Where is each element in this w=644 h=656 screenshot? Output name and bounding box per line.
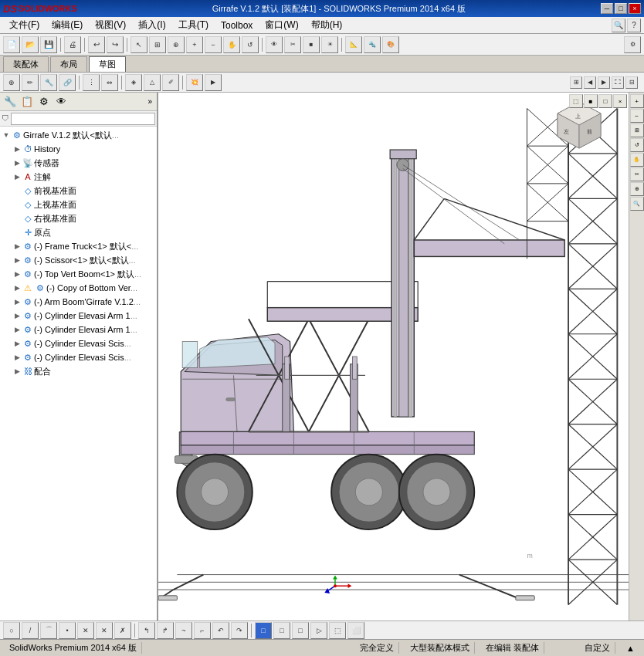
tree-origin[interactable]: ▶ ✛ 原点 — [11, 225, 157, 239]
vp-shade-button[interactable]: ■ — [584, 94, 598, 108]
zoom-in-button[interactable]: + — [186, 36, 203, 53]
view-btn1[interactable]: □ — [255, 622, 272, 639]
tab-layout[interactable]: 布局 — [50, 56, 87, 72]
reference-geom-button[interactable]: △ — [144, 74, 161, 91]
help-icon[interactable]: ? — [627, 19, 641, 32]
view-btn2[interactable]: □ — [273, 622, 290, 639]
draw-corner-btn[interactable]: ↰ — [138, 622, 155, 639]
pan-button[interactable]: ✋ — [223, 36, 240, 53]
vp-wire-button[interactable]: □ — [598, 94, 612, 108]
draw-arc-btn[interactable]: ⌒ — [40, 622, 57, 639]
right-tb-pan[interactable]: ✋ — [630, 153, 644, 167]
tree-root[interactable]: ▼ ⚙ Girrafe V.1.2 默认<默认... — [0, 128, 157, 142]
tree-annot[interactable]: ▶ A 注解 — [11, 170, 157, 184]
cyl2-expander[interactable]: ▶ — [12, 325, 22, 334]
vp-orient-button[interactable]: ⬚ — [569, 94, 583, 108]
mates-expander[interactable]: ▶ — [12, 367, 22, 376]
tree-cyl2[interactable]: ▶ ⚙ (-) Cylinder Elevasi Arm 1... — [11, 323, 157, 336]
redo-button[interactable]: ↪ — [107, 36, 124, 53]
draw-back-btn[interactable]: ↶ — [212, 622, 229, 639]
menu-tools[interactable]: 工具(T) — [172, 17, 215, 33]
panel-tab-property[interactable]: 📋 — [19, 94, 36, 110]
appearance-button[interactable]: 🎨 — [382, 36, 399, 53]
draw-fwd-btn[interactable]: ↷ — [231, 622, 248, 639]
tree-scissor[interactable]: ▶ ⚙ (-) Scissor<1> 默认<默认... — [11, 253, 157, 267]
armboom-expander[interactable]: ▶ — [12, 297, 22, 306]
open-button[interactable]: 📂 — [22, 36, 39, 53]
tree-mates[interactable]: ▶ ⛓ 配合 — [11, 364, 157, 378]
print-button[interactable]: 🖨 — [64, 36, 81, 53]
mate-button[interactable]: 🔗 — [59, 74, 76, 91]
tree-right-plane[interactable]: ▶ ◇ 右视基准面 — [11, 211, 157, 225]
menu-toolbox[interactable]: Toolbox — [215, 19, 259, 32]
lighting-button[interactable]: ☀ — [321, 36, 338, 53]
animate-button[interactable]: ▶ — [205, 74, 222, 91]
linear-pattern-button[interactable]: ⋮ — [83, 74, 100, 91]
tree-sensor[interactable]: ▶ 📡 传感器 — [11, 156, 157, 170]
restore-button[interactable]: □ — [615, 3, 627, 14]
cyl3-expander[interactable]: ▶ — [12, 339, 22, 348]
cyl4-expander[interactable]: ▶ — [12, 353, 22, 362]
minimize-button[interactable]: ─ — [601, 3, 613, 14]
right-tb-zoom-in[interactable]: + — [630, 94, 644, 108]
menu-edit[interactable]: 编辑(E) — [46, 17, 89, 33]
sketch-button[interactable]: ✐ — [162, 74, 179, 91]
view-btn3[interactable]: □ — [292, 622, 309, 639]
tree-topvert[interactable]: ▶ ⚙ (-) Top Vert Boom<1> 默认... — [11, 267, 157, 281]
tab-assembly[interactable]: 装配体 — [3, 56, 49, 72]
new-button[interactable]: 📄 — [3, 36, 20, 53]
draw-corner2-btn[interactable]: ↱ — [157, 622, 174, 639]
right-tb-dynamic[interactable]: ⊕ — [630, 182, 644, 196]
tree-front-plane[interactable]: ▶ ◇ 前视基准面 — [11, 184, 157, 198]
menu-view[interactable]: 视图(V) — [89, 17, 132, 33]
zoom-area-button[interactable]: ⊕ — [168, 36, 185, 53]
draw-wave-btn[interactable]: ~ — [175, 622, 192, 639]
tree-history[interactable]: ▶ ⏱ History — [11, 142, 157, 156]
materials-button[interactable]: 🔩 — [364, 36, 381, 53]
sensor-expander[interactable]: ▶ — [12, 158, 22, 167]
draw-x-btn[interactable]: ✗ — [114, 622, 131, 639]
options-button[interactable]: ⚙ — [624, 36, 641, 53]
panel-tab-config[interactable]: ⚙ — [36, 94, 53, 110]
view-cube-toggle[interactable]: ⊞ — [570, 76, 582, 89]
view-orient-button[interactable]: 👁 — [266, 36, 283, 53]
undo-button[interactable]: ↩ — [88, 36, 105, 53]
tree-armboom[interactable]: ▶ ⚙ (-) Arm Boom'Girrafe V.1.2... — [11, 295, 157, 309]
history-expander[interactable]: ▶ — [12, 144, 22, 154]
tree-top-plane[interactable]: ▶ ◇ 上视基准面 — [11, 198, 157, 211]
menu-window[interactable]: 窗口(W) — [259, 17, 304, 33]
select-button[interactable]: ↖ — [130, 36, 147, 53]
draw-point-btn[interactable]: • — [59, 622, 76, 639]
right-tb-rotate[interactable]: ↺ — [630, 138, 644, 152]
view-next[interactable]: ▶ — [598, 76, 610, 89]
mirror-comp-button[interactable]: ⇔ — [101, 74, 118, 91]
zoom-fit-button[interactable]: ⊞ — [149, 36, 166, 53]
right-tb-section[interactable]: ✂ — [630, 167, 644, 181]
play-btn[interactable]: ▷ — [310, 622, 327, 639]
topvert-expander[interactable]: ▶ — [12, 269, 22, 279]
view-prev[interactable]: ◀ — [584, 76, 596, 89]
filter-input[interactable] — [11, 113, 155, 125]
rotate-button[interactable]: ↺ — [242, 36, 259, 53]
tree-frame[interactable]: ▶ ⚙ (-) Frame Truck<1> 默认<... — [11, 239, 157, 253]
measure-button[interactable]: 📐 — [345, 36, 362, 53]
panel-tab-feature[interactable]: 🔧 — [2, 94, 19, 110]
edit-comp-button[interactable]: ✏ — [22, 74, 39, 91]
draw-circle-btn[interactable]: ○ — [3, 622, 20, 639]
save-button[interactable]: 💾 — [40, 36, 57, 53]
draw-step-btn[interactable]: ⌐ — [194, 622, 211, 639]
viewport-settings[interactable]: ⊟ — [625, 76, 638, 89]
right-tb-zoom-out[interactable]: − — [630, 109, 644, 123]
fullscreen-button[interactable]: ⛶ — [612, 76, 624, 89]
tree-cyl4[interactable]: ▶ ⚙ (-) Cylinder Elevasi Scis... — [11, 350, 157, 364]
menu-file[interactable]: 文件(F) — [3, 17, 46, 33]
view-btn5[interactable]: ⬜ — [347, 622, 364, 639]
frame-expander[interactable]: ▶ — [12, 242, 22, 251]
viewport[interactable]: m 上 左 前 ⬚ ■ □ × — [158, 93, 629, 620]
view-btn4[interactable]: ⬚ — [329, 622, 346, 639]
section-view-button[interactable]: ✂ — [284, 36, 301, 53]
scissor-expander[interactable]: ▶ — [12, 255, 22, 265]
root-expander[interactable]: ▼ — [2, 130, 11, 140]
assembly-features-button[interactable]: ◈ — [125, 74, 142, 91]
draw-line-btn[interactable]: / — [22, 622, 39, 639]
